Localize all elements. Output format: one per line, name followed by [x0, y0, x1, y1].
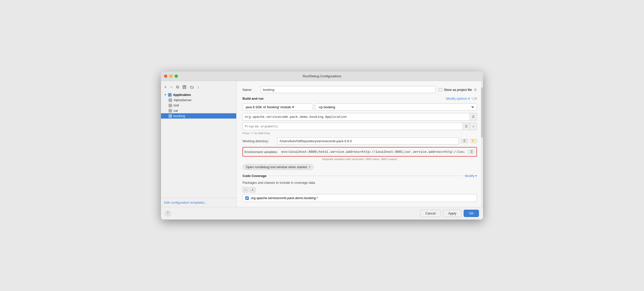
sdk-select[interactable]: java 8 SDK of 'booking' module	[243, 103, 313, 111]
main-window: Run/Debug Configurations + − ⧉ ↕	[161, 71, 483, 220]
chip-label: Open run/debug tool window when started	[246, 165, 307, 169]
chevron-down-icon: ▾	[468, 97, 470, 100]
gear-icon[interactable]: ⚙	[474, 88, 477, 92]
cp-dropdown[interactable]: -cp booking	[317, 105, 475, 109]
sidebar-item-label: booking	[174, 114, 185, 118]
program-args-row: ☰ ⤢	[243, 123, 477, 130]
coverage-item-checkbox[interactable]	[245, 196, 249, 200]
sidebar-item-application[interactable]: ▼ Application	[161, 92, 236, 97]
coverage-list-item: org.apache.servicecomb.pack.demo.booking…	[244, 195, 476, 201]
svg-text:↕: ↕	[197, 85, 199, 89]
coverage-toolbar: − +	[243, 187, 477, 193]
store-as-project-label: Store as project file	[444, 88, 472, 92]
sdk-dropdown[interactable]: java 8 SDK of 'booking' module	[245, 105, 295, 109]
close-button[interactable]	[164, 75, 167, 78]
coverage-desc: Packages and classes to include in cover…	[243, 181, 477, 185]
sidebar-item-label: car	[174, 109, 178, 113]
booking-icon	[169, 114, 172, 118]
chip-close-button[interactable]: ✕	[308, 165, 311, 169]
coverage-divider-line	[269, 176, 462, 176]
modify-options-shortcut: ⌥M	[471, 97, 477, 100]
cp-select[interactable]: -cp booking	[315, 103, 477, 111]
save-config-button[interactable]	[181, 84, 188, 90]
minimize-button[interactable]	[169, 75, 173, 78]
bottom-bar: ? Cancel Apply OK	[161, 207, 483, 220]
build-run-header: Build and run Modify options ▾ ⌥M	[243, 97, 477, 100]
open-tool-chip: Open run/debug tool window when started …	[243, 164, 314, 170]
env-vars-edit-button[interactable]: ☰	[468, 150, 475, 154]
env-vars-label: Environment variables:	[245, 150, 278, 154]
modify-options-label: Modify options	[446, 97, 467, 100]
env-hint: Separate variables with semicolon: VAR=v…	[243, 158, 477, 161]
program-args-input[interactable]	[243, 123, 463, 130]
env-vars-input[interactable]	[280, 149, 466, 155]
sidebar-toolbar: + − ⧉ ↕	[161, 83, 236, 92]
copy-config-button[interactable]: ⧉	[175, 84, 180, 90]
traffic-lights	[164, 75, 178, 78]
titlebar: Run/Debug Configurations	[161, 71, 483, 81]
chips-row: Open run/debug tool window when started …	[243, 164, 477, 170]
sidebar-item-booking[interactable]: booking	[161, 113, 236, 119]
sidebar-item-label: hotl	[174, 103, 179, 107]
application-icon	[168, 93, 172, 97]
coverage-item-label: org.apache.servicecomb.pack.demo.booking…	[251, 196, 318, 200]
coverage-remove-button[interactable]: −	[243, 187, 249, 193]
sidebar-tree: ▼ Application AlphaServer hotl car	[161, 92, 236, 145]
sidebar-item-hotl[interactable]: hotl	[161, 103, 236, 108]
working-dir-row: Working directory: ☰ 📁	[243, 137, 477, 144]
code-coverage-title: Code Coverage	[243, 174, 266, 178]
coverage-add-button[interactable]: +	[250, 187, 256, 193]
sort-config-button[interactable]: ↕	[196, 84, 203, 90]
name-label: Name:	[243, 88, 258, 92]
main-content: Name: Store as project file ⚙ Build and …	[236, 81, 483, 207]
working-dir-browse-button[interactable]: ☰	[461, 139, 468, 143]
cancel-button[interactable]: Cancel	[420, 210, 441, 217]
folder-config-button[interactable]	[189, 84, 195, 90]
main-class-browse-button[interactable]: ☰	[470, 113, 477, 121]
ok-button[interactable]: OK	[464, 210, 479, 217]
main-class-row: ☰	[243, 113, 477, 121]
remove-config-button[interactable]: −	[169, 84, 174, 90]
hotl-icon	[169, 104, 172, 107]
scrollbar-track	[481, 81, 483, 207]
alphaserver-icon	[169, 98, 172, 102]
working-dir-folder-button[interactable]: 📁	[470, 139, 477, 143]
main-wrapper: Name: Store as project file ⚙ Build and …	[236, 81, 483, 207]
scrollbar-thumb[interactable]	[481, 87, 483, 138]
name-input[interactable]	[261, 86, 436, 93]
action-buttons: Cancel Apply OK	[420, 210, 479, 217]
window-body: + − ⧉ ↕ ▼ Application	[161, 81, 483, 207]
svg-rect-2	[183, 87, 185, 89]
car-icon	[169, 109, 172, 113]
add-config-button[interactable]: +	[163, 84, 168, 90]
sidebar-item-car[interactable]: car	[161, 108, 236, 113]
help-button[interactable]: ?	[165, 211, 171, 216]
code-coverage-divider: Code Coverage Modify ▾	[243, 174, 477, 178]
modify-options-button[interactable]: Modify options ▾ ⌥M	[446, 97, 477, 100]
window-title: Run/Debug Configurations	[303, 74, 341, 78]
main-class-input[interactable]	[243, 113, 470, 121]
coverage-list: org.apache.servicecomb.pack.demo.booking…	[243, 194, 477, 202]
build-run-title: Build and run	[243, 97, 264, 100]
env-vars-row: Environment variables: ☰	[243, 147, 477, 157]
modify-coverage-button[interactable]: Modify ▾	[465, 174, 477, 178]
working-dir-input[interactable]	[277, 137, 459, 144]
field-hint: Press ⌥ for field hints	[243, 131, 477, 137]
chevron-down-icon-2: ▾	[475, 174, 477, 178]
program-args-browse-button[interactable]: ☰	[463, 123, 470, 130]
tree-arrow-icon: ▼	[164, 93, 167, 96]
sidebar-footer: Edit configuration templates...	[161, 198, 236, 207]
program-args-expand-button[interactable]: ⤢	[470, 123, 477, 130]
apply-button[interactable]: Apply	[443, 210, 462, 217]
sidebar-item-label: AlphaServer	[174, 98, 192, 102]
working-dir-label: Working directory:	[243, 139, 275, 143]
edit-templates-link[interactable]: Edit configuration templates...	[164, 201, 207, 204]
store-as-project-checkbox[interactable]	[439, 88, 442, 91]
store-as-project-row: Store as project file ⚙	[439, 88, 477, 92]
modify-coverage-label: Modify	[465, 174, 474, 178]
sidebar: + − ⧉ ↕ ▼ Application	[161, 81, 236, 207]
maximize-button[interactable]	[175, 75, 178, 78]
sidebar-item-label: Application	[173, 93, 191, 97]
main-inner: Name: Store as project file ⚙ Build and …	[236, 81, 483, 207]
sidebar-item-alphaserver[interactable]: AlphaServer	[161, 97, 236, 103]
